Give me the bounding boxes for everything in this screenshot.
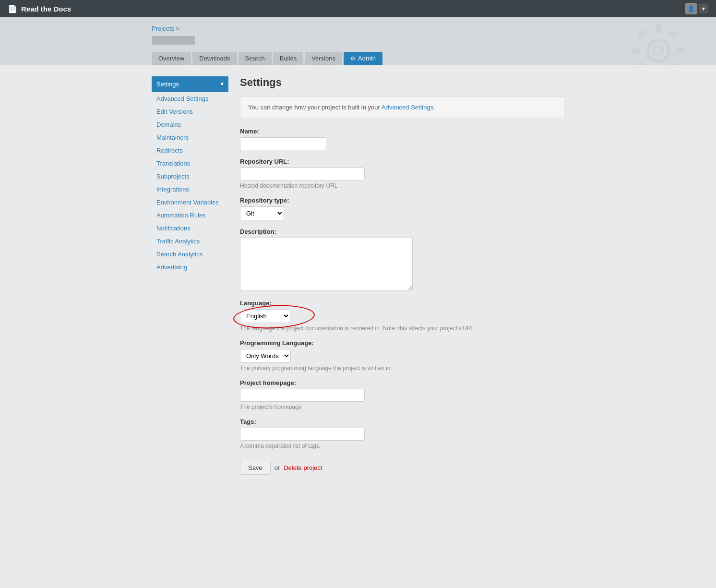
sidebar-item-notifications[interactable]: Notifications (152, 222, 228, 235)
repo-url-hint: Hosted documentation repository URL (240, 182, 564, 189)
info-box: You can change how your project is built… (240, 96, 564, 118)
language-hint: The language the project documentation i… (240, 325, 564, 332)
svg-rect-4 (632, 48, 640, 54)
svg-rect-2 (656, 24, 661, 33)
project-homepage-label: Project homepage: (240, 379, 564, 386)
sidebar-item-automation-rules[interactable]: Automation Rules (152, 209, 228, 222)
user-dropdown-button[interactable]: ▾ (699, 4, 708, 13)
project-homepage-group: Project homepage: The project's homepage (240, 379, 564, 410)
name-label: Name: (240, 128, 564, 135)
tab-builds[interactable]: Builds (273, 52, 303, 65)
repo-url-label: Repository URL: (240, 158, 564, 165)
svg-point-0 (648, 40, 669, 61)
page-title: Settings (240, 76, 564, 89)
tags-label: Tags: (240, 418, 564, 425)
page-header-inner: Projects > Overview Downloads Search Bui… (142, 25, 574, 65)
tags-input[interactable] (240, 428, 365, 441)
description-group: Description: (240, 228, 564, 292)
svg-rect-8 (637, 61, 647, 65)
programming-language-select[interactable]: Only Words Python JavaScript PHP Ruby Pe… (240, 349, 291, 363)
sidebar: Settings Advanced Settings Edit Versions… (152, 76, 228, 274)
sidebar-item-redirects[interactable]: Redirects (152, 144, 228, 157)
project-homepage-input[interactable] (240, 389, 365, 402)
main-content: Settings Advanced Settings Edit Versions… (142, 65, 574, 486)
info-text: You can change how your project is built… (248, 104, 382, 111)
repo-url-group: Repository URL: Hosted documentation rep… (240, 158, 564, 189)
programming-language-label: Programming Language: (240, 339, 564, 347)
language-group: Language: English Spanish French German … (240, 300, 564, 332)
form-actions: Save or Delete project (240, 461, 564, 475)
brand-icon: 📄 (8, 4, 17, 13)
tags-hint: A comma-separated list of tags. (240, 443, 564, 449)
svg-rect-6 (637, 29, 647, 39)
save-button[interactable]: Save (240, 461, 271, 475)
name-group: Name: (240, 128, 564, 150)
sidebar-item-edit-versions[interactable]: Edit Versions (152, 105, 228, 118)
sidebar-item-integrations[interactable]: Integrations (152, 183, 228, 196)
sidebar-item-search-analytics[interactable]: Search Analytics (152, 248, 228, 261)
svg-rect-5 (677, 48, 685, 54)
tab-bar: Overview Downloads Search Builds Version… (152, 52, 564, 65)
language-label: Language: (240, 300, 564, 307)
description-textarea[interactable] (240, 238, 413, 290)
project-title-placeholder (152, 36, 195, 45)
programming-language-group: Programming Language: Only Words Python … (240, 339, 564, 372)
navbar-right: 👤 ▾ (685, 3, 708, 14)
description-label: Description: (240, 228, 564, 235)
tab-downloads[interactable]: Downloads (192, 52, 237, 65)
or-text: or (274, 464, 280, 471)
sidebar-item-advertising[interactable]: Advertising (152, 261, 228, 274)
sidebar-item-settings[interactable]: Settings (152, 76, 228, 92)
tab-versions[interactable]: Versions (305, 52, 342, 65)
sidebar-item-subprojects[interactable]: Subprojects (152, 170, 228, 183)
repo-type-select[interactable]: Git Bitbucket GitHub GitLab Mercurial (240, 206, 284, 220)
language-highlight: English Spanish French German Japanese P… (240, 309, 290, 323)
advanced-settings-link[interactable]: Advanced Settings (382, 104, 433, 111)
delete-project-link[interactable]: Delete project (284, 464, 322, 471)
svg-rect-7 (668, 29, 678, 39)
breadcrumb: Projects > (152, 25, 564, 32)
tab-admin[interactable]: ⚙ Admin (344, 52, 382, 65)
gear-icon: ⚙ (350, 55, 356, 62)
tags-group: Tags: A comma-separated list of tags. (240, 418, 564, 449)
page-header: Projects > Overview Downloads Search Bui… (0, 17, 716, 65)
svg-rect-9 (668, 61, 678, 65)
info-end: . (433, 104, 435, 111)
programming-language-hint: The primary programming language the pro… (240, 365, 564, 372)
avatar: 👤 (685, 3, 697, 14)
brand-name: Read the Docs (21, 5, 71, 13)
sidebar-item-environment-variables[interactable]: Environment Variables (152, 196, 228, 209)
breadcrumb-projects-link[interactable]: Projects (152, 25, 174, 32)
repo-type-group: Repository type: Git Bitbucket GitHub Gi… (240, 197, 564, 220)
sidebar-item-maintainers[interactable]: Maintainers (152, 131, 228, 144)
repo-type-label: Repository type: (240, 197, 564, 204)
sidebar-item-translations[interactable]: Translations (152, 157, 228, 170)
project-homepage-hint: The project's homepage (240, 404, 564, 410)
repo-url-input[interactable] (240, 168, 365, 180)
navbar: 📄 Read the Docs 👤 ▾ (0, 0, 716, 17)
svg-point-1 (654, 46, 663, 56)
name-input[interactable] (240, 137, 326, 150)
tab-admin-label: Admin (358, 55, 376, 62)
language-select[interactable]: English Spanish French German Japanese P… (240, 309, 290, 323)
sidebar-item-traffic-analytics[interactable]: Traffic Analytics (152, 235, 228, 248)
form-area: Settings You can change how your project… (240, 76, 564, 475)
tab-overview[interactable]: Overview (152, 52, 191, 65)
brand: 📄 Read the Docs (8, 4, 71, 13)
breadcrumb-separator: > (174, 25, 179, 32)
gear-decoration (630, 22, 687, 65)
tab-search[interactable]: Search (239, 52, 272, 65)
sidebar-item-domains[interactable]: Domains (152, 118, 228, 131)
sidebar-item-advanced-settings[interactable]: Advanced Settings (152, 92, 228, 105)
